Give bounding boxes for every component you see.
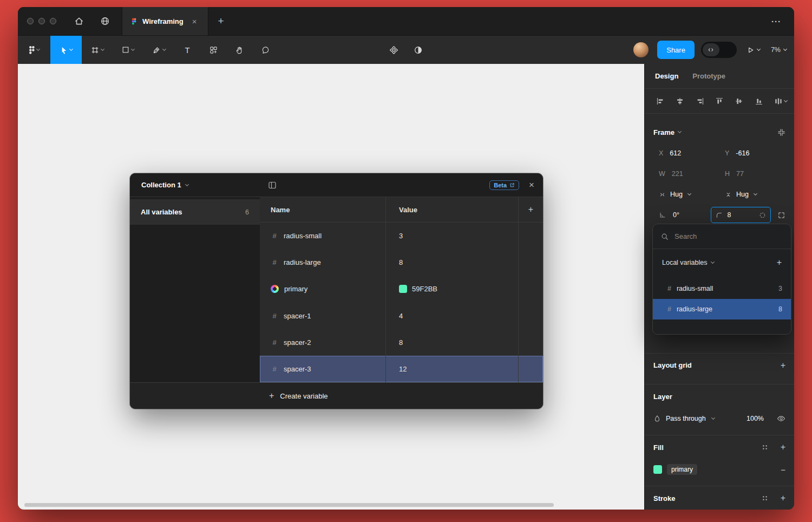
variable-value[interactable]: 12 [386, 356, 519, 382]
add-stroke-button[interactable]: + [781, 493, 785, 503]
search-input[interactable] [675, 232, 783, 240]
table-row[interactable]: # radius-large 8 [260, 249, 543, 276]
dev-mode-toggle[interactable] [701, 42, 737, 58]
frame-section-title[interactable]: Frame [653, 128, 675, 136]
move-tool-button[interactable] [50, 36, 82, 64]
align-right-icon[interactable] [696, 97, 704, 106]
styles-icon[interactable] [761, 494, 769, 502]
stroke-section: Stroke + [645, 486, 794, 510]
close-icon[interactable]: × [529, 180, 534, 190]
remove-fill-button[interactable]: − [781, 465, 785, 474]
hand-tool-button[interactable] [226, 36, 252, 64]
color-swatch [399, 285, 407, 293]
collection-name: Collection 1 [141, 181, 181, 189]
variable-value[interactable]: 8 [386, 329, 519, 356]
w-value: 221 [672, 170, 683, 178]
create-variable-plus-button[interactable]: + [777, 258, 782, 267]
window-zoom-button[interactable] [50, 18, 56, 24]
visibility-toggle[interactable] [777, 414, 785, 423]
align-top-icon[interactable] [715, 97, 724, 106]
code-icon [707, 47, 715, 53]
mask-icon[interactable] [414, 45, 423, 55]
text-tool-icon: T [185, 45, 189, 55]
align-vertical-center-icon[interactable] [735, 97, 743, 106]
color-variable-icon [271, 285, 279, 293]
zoom-menu[interactable]: 7% [771, 46, 787, 54]
align-bottom-icon[interactable] [755, 97, 763, 106]
tab-close-icon[interactable]: × [192, 17, 197, 25]
shape-tool-button[interactable] [113, 36, 143, 64]
fill-variable-chip[interactable]: primary [667, 464, 697, 475]
sidebar-item-all-variables[interactable]: All variables 6 [130, 199, 260, 225]
home-button[interactable] [66, 7, 92, 35]
table-row[interactable]: # spacer-2 8 [260, 329, 543, 356]
share-button[interactable]: Share [657, 41, 695, 59]
x-position-field[interactable]: X 612 [653, 149, 719, 157]
table-row[interactable]: # radius-small 3 [260, 223, 543, 249]
add-layout-grid-button[interactable]: + [781, 361, 785, 370]
present-button[interactable] [746, 46, 760, 54]
align-horizontal-center-icon[interactable] [676, 97, 684, 106]
file-tab[interactable]: Wireframing × [122, 7, 208, 35]
pen-tool-button[interactable] [143, 36, 174, 64]
blend-mode-value[interactable]: Pass through [666, 415, 706, 422]
add-column-button[interactable]: + [519, 197, 543, 222]
hug-vertical-icon [725, 191, 732, 198]
tab-design[interactable]: Design [655, 72, 678, 80]
canvas[interactable]: Collection 1 Beta × [18, 64, 644, 510]
tab-prototype[interactable]: Prototype [692, 72, 725, 80]
variable-name: primary [284, 285, 307, 293]
apply-variable-icon[interactable] [759, 212, 766, 219]
vertical-sizing-dropdown[interactable]: Hug [719, 191, 785, 198]
independent-corners-button[interactable] [777, 211, 785, 219]
text-tool-button[interactable]: T [174, 36, 200, 64]
rectangle-tool-icon [122, 46, 129, 54]
align-left-icon[interactable] [656, 97, 665, 106]
y-position-field[interactable]: Y -616 [719, 149, 785, 157]
create-variable-button[interactable]: + Create variable [130, 382, 543, 409]
comment-tool-button[interactable] [252, 36, 278, 64]
variable-value[interactable]: 8 [386, 249, 519, 276]
horizontal-sizing-dropdown[interactable]: Hug [653, 191, 719, 198]
browse-button[interactable] [92, 7, 118, 35]
styles-icon[interactable] [761, 443, 769, 451]
main-menu-button[interactable] [18, 36, 50, 64]
height-field[interactable]: H 77 [719, 170, 785, 178]
avatar[interactable] [633, 42, 649, 57]
variable-option-selected[interactable]: # radius-large 8 [653, 299, 791, 319]
beta-badge[interactable]: Beta [489, 180, 519, 190]
table-row[interactable]: primary 59F2BB [260, 276, 543, 302]
collection-selector[interactable]: Collection 1 [130, 173, 260, 197]
window-controls [18, 18, 66, 24]
opacity-value[interactable]: 100% [746, 415, 764, 422]
frame-tool-button[interactable] [82, 36, 113, 64]
window-close-button[interactable] [27, 18, 34, 24]
variable-value[interactable]: 3 [386, 223, 519, 249]
search-icon [661, 233, 669, 240]
local-variables-group[interactable]: Local variables + [653, 249, 791, 276]
table-row[interactable]: # spacer-1 4 [260, 303, 543, 329]
resources-button[interactable] [200, 36, 226, 64]
distribute-menu[interactable] [774, 97, 787, 106]
table-row-selected[interactable]: # spacer-3 12 [260, 356, 543, 382]
rotation-field[interactable]: 0° [653, 211, 711, 219]
variable-search[interactable] [653, 224, 791, 249]
variable-value[interactable]: 59F2BB [386, 276, 519, 302]
corner-radius-field[interactable]: 8 [711, 207, 771, 223]
variable-option[interactable]: # radius-small 3 [653, 278, 791, 299]
new-tab-button[interactable]: + [208, 15, 233, 27]
overflow-menu-button[interactable]: ··· [771, 17, 794, 26]
width-field[interactable]: W 221 [653, 170, 719, 178]
window-minimize-button[interactable] [38, 18, 45, 24]
horizontal-scrollbar[interactable] [24, 503, 554, 507]
add-fill-button[interactable]: + [781, 442, 785, 452]
collapse-panel-button[interactable] [777, 128, 785, 136]
component-icon[interactable] [389, 45, 398, 55]
variable-value[interactable]: 4 [386, 303, 519, 329]
play-icon [746, 46, 755, 54]
fill-color-swatch[interactable] [653, 465, 662, 474]
toggle-sidebar-button[interactable] [268, 181, 277, 190]
move-cursor-icon [60, 46, 68, 54]
main-area: Collection 1 Beta × [18, 64, 794, 510]
h-label: H [725, 170, 730, 178]
